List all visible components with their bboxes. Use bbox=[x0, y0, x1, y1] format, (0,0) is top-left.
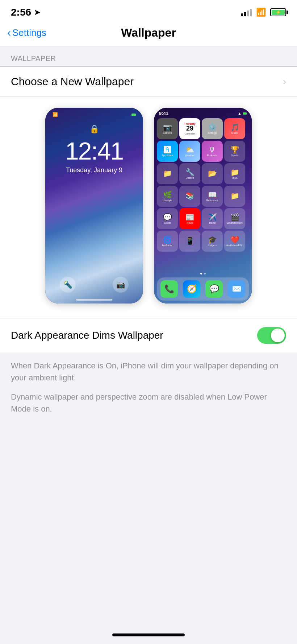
battery-bolt: ⚡ bbox=[276, 10, 281, 15]
app-news: 📰 News bbox=[179, 208, 200, 229]
dock-mail: ✉️ bbox=[228, 280, 245, 298]
news-app-icon: 📰 bbox=[185, 214, 194, 221]
app-folder-misc5: 📱 bbox=[179, 231, 200, 252]
folder-ref2-icon: 📖 bbox=[208, 191, 217, 198]
app-appstore: 🅰 App Store bbox=[157, 141, 178, 162]
rutgers-label: Rutgers bbox=[208, 244, 217, 247]
music-app-icon: 🎵 bbox=[230, 124, 239, 131]
choose-wallpaper-row[interactable]: Choose a New Wallpaper › bbox=[0, 67, 297, 97]
status-icons: 📶 ⚡ bbox=[241, 8, 286, 17]
lockscreen-preview[interactable]: 📶 🔒 12:41 Tuesday, January 9 🔦 📷 bbox=[45, 108, 143, 304]
dock-safari: 🧭 bbox=[183, 280, 200, 298]
hs-status-right: ▲ bbox=[238, 111, 247, 116]
app-folder-misc4: 📁 bbox=[224, 186, 245, 207]
status-time: 2:56 ➤ bbox=[11, 7, 40, 18]
card-section: Choose a New Wallpaper › 📶 🔒 12:41 Tuesd… bbox=[0, 67, 297, 352]
ls-time-display: 12:41 bbox=[65, 137, 123, 165]
myradar-label: MyRadar bbox=[162, 244, 172, 247]
back-label: Settings bbox=[12, 27, 46, 38]
signal-bars bbox=[241, 8, 252, 16]
hs-app-row-6: 🌀 MyRadar 📱 🎓 Rutgers ❤️ bbox=[157, 231, 249, 252]
wallpaper-previews: 📶 🔒 12:41 Tuesday, January 9 🔦 📷 9:41 bbox=[0, 97, 297, 318]
sports-folder-label: Sports bbox=[231, 154, 238, 157]
description-text-1: When Dark Appearance is On, iPhone will … bbox=[11, 360, 286, 384]
time-display: 2:56 bbox=[11, 7, 31, 18]
weather-app-icon: ⛅ bbox=[185, 146, 194, 153]
ls-battery-dot bbox=[131, 113, 136, 116]
home-indicator bbox=[112, 633, 185, 636]
hs-wifi-icon: ▲ bbox=[238, 111, 242, 116]
music-app-label: Music bbox=[231, 132, 238, 134]
appstore-app-label: App Store bbox=[162, 154, 173, 157]
social-label: Social bbox=[164, 222, 171, 224]
ls-camera-icon: 📷 bbox=[113, 277, 129, 293]
status-bar: 2:56 ➤ 📶 ⚡ bbox=[0, 0, 297, 22]
hs-app-grid: 📷 Camera Thursday 29 Calendar ⚙️ Setting… bbox=[154, 116, 252, 273]
hs-app-row-1: 📷 Camera Thursday 29 Calendar ⚙️ Setting… bbox=[157, 118, 249, 139]
ls-lock-icon: 🔒 bbox=[89, 124, 99, 134]
ls-status-bar: 📶 bbox=[45, 108, 143, 117]
folder-misc2-icon: 📂 bbox=[208, 170, 217, 177]
description-text-2: Dynamic wallpaper and perspective zoom a… bbox=[11, 391, 286, 415]
battery-container: ⚡ bbox=[270, 8, 286, 16]
healthcare-label: Healthcare&Fi... bbox=[226, 244, 244, 247]
app-camera: 📷 Camera bbox=[157, 118, 178, 139]
hs-battery-dot bbox=[243, 112, 247, 115]
app-folder-utilities: 🔧 Utilities bbox=[179, 163, 200, 184]
homescreen-preview[interactable]: 9:41 ▲ 📷 Camera Thursday bbox=[154, 108, 252, 304]
folder-misc5-icon: 📱 bbox=[185, 237, 194, 244]
hs-app-row-3: 📁 🔧 Utilities 📂 📁 bbox=[157, 163, 249, 184]
app-folder-social: 💬 Social bbox=[157, 208, 178, 229]
app-myradar: 🌀 MyRadar bbox=[157, 231, 178, 252]
podcasts-app-label: Podcasts bbox=[207, 154, 218, 157]
app-folder-misc3: 📁 Misc. bbox=[224, 163, 245, 184]
app-folder-ref2: 📖 Reference bbox=[202, 186, 223, 207]
appstore-app-icon: 🅰 bbox=[164, 146, 171, 153]
back-button[interactable]: ‹ Settings bbox=[7, 27, 46, 38]
camera-app-icon: 📷 bbox=[163, 124, 172, 131]
toggle-knob bbox=[271, 329, 285, 342]
app-folder-sports: 🏆 Sports bbox=[224, 141, 245, 162]
dark-appearance-toggle[interactable] bbox=[257, 327, 286, 344]
healthcare-icon: ❤️ bbox=[230, 236, 239, 243]
podcasts-app-icon: 🎙 bbox=[209, 146, 216, 153]
app-folder-travel: ✈️ Travel bbox=[202, 208, 223, 229]
app-folder-misc2: 📂 bbox=[202, 163, 223, 184]
back-chevron-icon: ‹ bbox=[7, 27, 11, 38]
dock-messages: 💬 bbox=[205, 280, 223, 298]
section-header-label: WALLPAPER bbox=[11, 54, 56, 62]
social-icon: 💬 bbox=[163, 214, 172, 221]
folder-misc1-icon: 📁 bbox=[163, 170, 172, 177]
app-music: 🎵 Music bbox=[224, 118, 245, 139]
folder-misc3-label: Misc. bbox=[232, 177, 238, 179]
app-folder-misc1: 📁 bbox=[157, 163, 178, 184]
sports-folder-icon: 🏆 bbox=[230, 146, 239, 153]
folder-misc3-icon: 📁 bbox=[230, 169, 239, 176]
hs-page-dots bbox=[154, 273, 252, 274]
hs-time: 9:41 bbox=[159, 111, 168, 116]
camera-app-label: Camera bbox=[163, 132, 172, 134]
home-indicator-area bbox=[0, 626, 297, 644]
choose-wallpaper-label: Choose a New Wallpaper bbox=[11, 75, 134, 88]
news-app-label: News bbox=[187, 222, 193, 224]
ls-home-bar bbox=[76, 299, 112, 301]
hs-dock: 📞 🧭 💬 ✉️ bbox=[157, 277, 249, 301]
entertainment-label: Entertainment bbox=[227, 222, 243, 224]
hs-app-row-5: 💬 Social 📰 News ✈️ Travel 🎬 bbox=[157, 208, 249, 229]
calendar-date-number: 29 bbox=[186, 125, 193, 132]
app-settings: ⚙️ Settings bbox=[202, 118, 223, 139]
folder-ref2-label: Reference bbox=[206, 199, 218, 202]
ls-bottom-icons: 🔦 📷 bbox=[45, 277, 143, 293]
folder-ref-icon: 📚 bbox=[185, 192, 194, 199]
description-section: When Dark Appearance is On, iPhone will … bbox=[0, 352, 297, 433]
dock-phone: 📞 bbox=[160, 280, 178, 298]
battery-fill: ⚡ bbox=[272, 10, 285, 15]
app-calendar: Thursday 29 Calendar bbox=[179, 118, 200, 139]
app-podcasts: 🎙 Podcasts bbox=[202, 141, 223, 162]
app-folder-entertainment: 🎬 Entertainment bbox=[224, 208, 245, 229]
calendar-app-label: Calendar bbox=[185, 132, 195, 135]
travel-label: Travel bbox=[209, 222, 216, 224]
ls-date-display: Tuesday, January 9 bbox=[66, 166, 122, 174]
page-dot-2 bbox=[204, 273, 206, 274]
ls-flashlight-icon: 🔦 bbox=[60, 277, 76, 293]
